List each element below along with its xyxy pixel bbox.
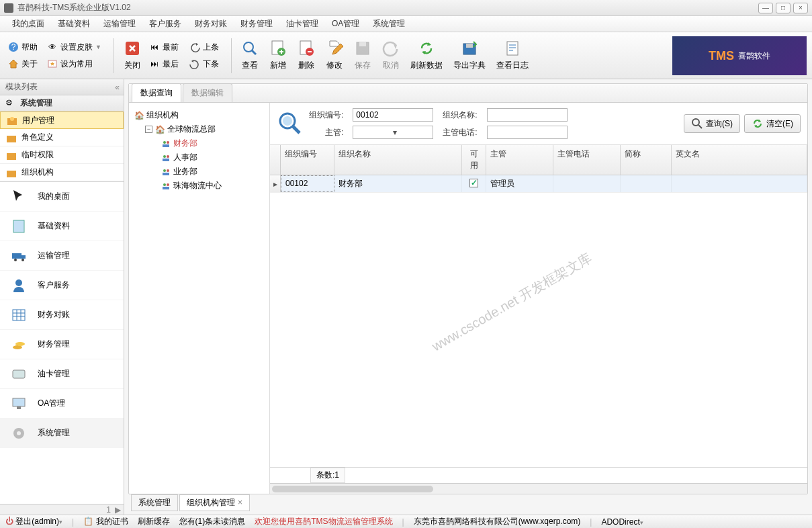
svg-text:?: ?: [11, 42, 16, 52]
skin-button[interactable]: 👁设置皮肤▼: [44, 40, 104, 54]
col-header[interactable]: 组织名称: [334, 145, 462, 175]
tree-leaf-biz[interactable]: 业务部: [132, 165, 267, 179]
menu-item[interactable]: 财务管理: [234, 17, 279, 31]
help-button[interactable]: ?帮助: [5, 40, 40, 54]
export-button[interactable]: 导出字典: [448, 38, 491, 73]
menu-item[interactable]: 运输管理: [97, 17, 142, 31]
menu-item[interactable]: 油卡管理: [279, 17, 325, 31]
svg-point-27: [15, 342, 25, 346]
cell-enabled[interactable]: ✓: [462, 175, 486, 192]
menu-item[interactable]: 我的桌面: [5, 17, 51, 31]
sidebar-item-temp-auth[interactable]: 临时权限: [0, 146, 124, 164]
sup-tel-label: 主管电话:: [443, 127, 477, 138]
tab-edit[interactable]: 数据编辑: [183, 83, 232, 102]
sidebar-item-users[interactable]: 用户管理: [0, 112, 124, 129]
refresh-button[interactable]: 刷新数据: [405, 38, 448, 73]
add-button[interactable]: 新增: [264, 38, 292, 73]
table-row[interactable]: ▸ 00102 财务部 ✓ 管理员: [270, 175, 807, 193]
menu-item[interactable]: OA管理: [325, 17, 366, 31]
sidebar-header: 模块列表«: [0, 79, 124, 95]
truck-icon: [11, 248, 27, 264]
status-bar: ⏻ 登出(admin)▾ | 📋 我的证书 刷新缓存 您有(1)条未读消息 欢迎…: [0, 515, 812, 528]
col-header[interactable]: 主管电话: [553, 145, 621, 175]
favorite-button[interactable]: 设为常用: [44, 57, 95, 71]
cell-en: [672, 175, 807, 192]
about-button[interactable]: 关于: [5, 57, 40, 71]
minimize-button[interactable]: —: [758, 3, 773, 13]
svg-point-33: [163, 141, 166, 144]
nav-finance[interactable]: 财务管理: [0, 330, 124, 359]
sup-label: 主管:: [309, 127, 343, 138]
org-code-input[interactable]: [353, 108, 433, 122]
nav-basic[interactable]: 基础资料: [0, 212, 124, 241]
chevron-down-icon: ▼: [95, 44, 101, 50]
next-button[interactable]: 下条: [187, 57, 222, 71]
toolbar: ?帮助 👁设置皮肤▼ 关于 设为常用 关闭 ⏮最前 ⏭最后 上条 下条 查看 新…: [0, 32, 812, 79]
nav-system[interactable]: 系统管理: [0, 419, 124, 448]
db-driver[interactable]: ADODirect▾: [601, 517, 643, 527]
h-scrollbar[interactable]: [270, 483, 807, 494]
first-button[interactable]: ⏮最前: [146, 40, 181, 54]
cancel-button[interactable]: 取消: [377, 38, 405, 73]
menu-item[interactable]: 系统管理: [366, 17, 412, 31]
nav-customer[interactable]: 客户服务: [0, 271, 124, 300]
tab-query[interactable]: 数据查询: [132, 83, 181, 102]
col-header[interactable]: 简称: [621, 145, 672, 175]
col-header[interactable]: 可用: [462, 145, 486, 175]
chevron-down-icon: ▾: [393, 128, 430, 137]
maximize-button[interactable]: □: [776, 3, 791, 13]
col-header[interactable]: 英文名: [672, 145, 807, 175]
view-button[interactable]: 查看: [236, 38, 264, 73]
nav-fuel[interactable]: 油卡管理: [0, 359, 124, 389]
unread-msg[interactable]: 您有(1)条未读消息: [179, 516, 246, 527]
edit-button[interactable]: 修改: [320, 38, 349, 73]
logout-button[interactable]: ⏻ 登出(admin)▾: [5, 516, 62, 527]
save-button[interactable]: 保存: [349, 38, 377, 73]
menu-item[interactable]: 财务对账: [188, 17, 234, 31]
btab-system[interactable]: 系统管理: [131, 494, 178, 511]
last-button[interactable]: ⏭最后: [146, 57, 181, 71]
refresh-cache-button[interactable]: 刷新缓存: [138, 516, 170, 527]
menu-item[interactable]: 客户服务: [142, 17, 188, 31]
tree-leaf-finance[interactable]: 财务部: [132, 136, 267, 150]
tree-leaf-zhuhai[interactable]: 珠海物流中心: [132, 179, 267, 193]
sidebar-item-org[interactable]: 组织机构: [0, 164, 124, 181]
search-button[interactable]: 查询(S): [684, 114, 740, 133]
svg-point-24: [15, 279, 22, 286]
close-button[interactable]: 关闭: [118, 38, 146, 73]
sidebar-item-roles[interactable]: 角色定义: [0, 129, 124, 146]
close-window-button[interactable]: ×: [793, 3, 808, 13]
menu-item[interactable]: 基础资料: [51, 17, 97, 31]
btab-org[interactable]: 组织机构管理×: [179, 494, 250, 511]
first-icon: ⏮: [149, 42, 160, 52]
collapse-icon[interactable]: «: [115, 83, 120, 92]
tree-node[interactable]: −🏠全球物流总部: [132, 122, 267, 136]
nav-desktop[interactable]: 我的桌面: [0, 182, 124, 212]
org-name-input[interactable]: [487, 108, 568, 122]
my-cert-button[interactable]: 📋 我的证书: [83, 516, 128, 527]
cell-code[interactable]: 00102: [281, 175, 334, 192]
tree-root[interactable]: 🏠组织机构: [132, 108, 267, 122]
collapse-toggle[interactable]: −: [145, 126, 152, 133]
log-button[interactable]: 查看日志: [491, 38, 534, 73]
sup-tel-input[interactable]: [487, 126, 568, 139]
nav-transport[interactable]: 运输管理: [0, 241, 124, 271]
col-header[interactable]: 组织编号: [281, 145, 334, 175]
sup-combo[interactable]: ▾: [353, 126, 433, 139]
delete-button[interactable]: 删除: [292, 38, 320, 73]
inner-tabs: 数据查询 数据编辑: [129, 84, 807, 103]
app-icon: [4, 3, 13, 13]
clear-button[interactable]: 清空(E): [744, 114, 801, 133]
nav-oa[interactable]: OA管理: [0, 389, 124, 419]
col-header[interactable]: 主管: [486, 145, 553, 175]
sidebar-pager[interactable]: 1▶: [0, 504, 124, 515]
star-icon: [47, 58, 58, 69]
nav-accounting[interactable]: 财务对账: [0, 300, 124, 330]
close-tab-icon[interactable]: ×: [238, 498, 242, 507]
sidebar-accordion[interactable]: ⚙系统管理: [0, 95, 124, 112]
prev-button[interactable]: 上条: [187, 40, 222, 54]
tree-leaf-hr[interactable]: 人事部: [132, 150, 267, 165]
table-icon: [11, 307, 27, 323]
title-bar: 喜鹊科技-TMS系统企业版V1.02 — □ ×: [0, 0, 812, 16]
svg-rect-25: [13, 310, 25, 320]
